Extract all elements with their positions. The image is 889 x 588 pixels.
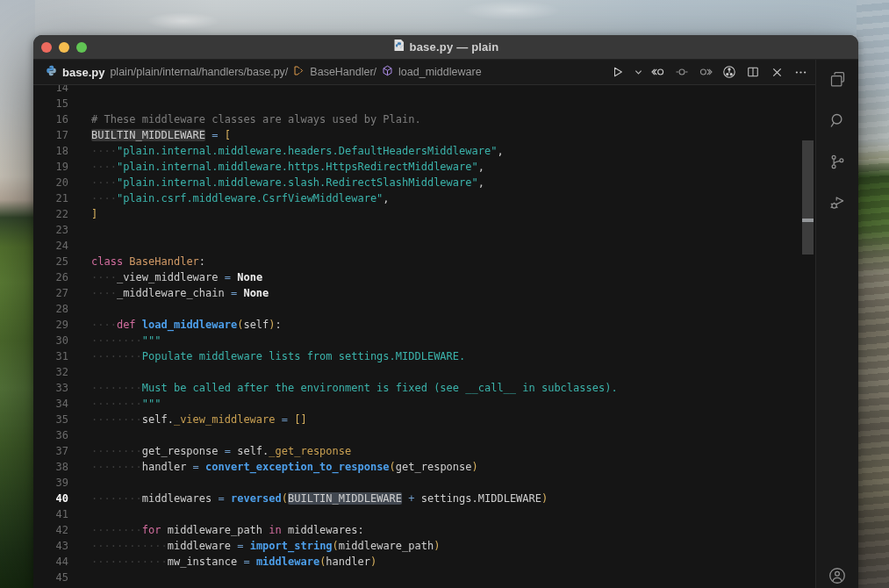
code-token: ···· [91,319,117,331]
line-number: 19 [33,161,91,176]
breadcrumb-bar: base.py plain/plain/internal/handlers/ba… [33,60,815,85]
code-token: Must be called after the environment is … [142,382,618,394]
code-token: """ [142,398,161,410]
line-number: 23 [33,224,91,240]
code-line[interactable]: class BaseHandler: [91,255,801,271]
code-line[interactable]: ········self._view_middleware = [] [91,413,801,429]
code-line[interactable]: ········handler = convert_exception_to_r… [91,461,801,477]
more-actions-button[interactable] [792,63,808,81]
code-token: "plain.internal.middleware.https.HttpsRe… [117,161,478,173]
code-token: """ [142,334,161,347]
line-number: 33 [33,382,91,398]
code-line[interactable]: ········middlewares = reversed(BUILTIN_M… [91,492,801,508]
code-token: = [193,461,199,473]
reverse-continue-icon[interactable] [650,63,666,81]
line-number: 24 [33,240,91,255]
breadcrumb-method[interactable]: load_middleware [398,66,482,78]
activity-bar [815,60,858,588]
code-line[interactable]: ····_middleware_chain = None [91,287,801,303]
code-token: # These middleware classes are always us… [91,113,421,125]
search-icon[interactable] [827,110,848,131]
line-number: 37 [33,445,91,461]
code-line[interactable] [91,571,801,587]
code-line[interactable]: ········""" [91,334,801,350]
explorer-icon[interactable] [827,68,848,90]
breadcrumb-class[interactable]: BaseHandler/ [310,66,376,78]
code-token: ············ [91,556,168,568]
run-python-file-button[interactable] [610,63,626,81]
code-line[interactable]: ············middleware = import_string(m… [91,540,801,556]
code-token: ) [541,492,548,505]
code-line[interactable]: ········get_response = self._get_respons… [91,445,801,461]
title-bar[interactable]: base.py — plain [33,35,858,60]
code-line[interactable] [91,429,801,445]
code-token [243,540,249,552]
account-icon[interactable] [827,565,848,586]
code-line[interactable]: ····def load_middleware(self): [91,319,801,334]
code-token: ········ [91,492,142,505]
code-editor[interactable]: 1415161718192021222324252627282930313233… [33,85,815,588]
code-token: get_response [142,445,225,457]
code-token: None [243,287,269,299]
code-token: _get_response [269,445,351,457]
code-line[interactable]: BUILTIN_MIDDLEWARE = [ [91,129,801,145]
run-graph-icon[interactable] [721,63,737,81]
run-dropdown-chevron-icon[interactable] [634,63,642,81]
code-token: = [219,492,225,505]
code-line[interactable] [91,224,801,240]
code-line[interactable]: ········Must be called after the environ… [91,382,801,398]
code-line[interactable] [91,240,801,255]
code-token [199,461,205,473]
code-line[interactable]: ] [91,208,801,224]
code-line[interactable] [91,97,801,113]
code-line[interactable]: ············mw_instance = middleware(han… [91,556,801,571]
code-token: mw_instance [168,556,244,568]
code-line[interactable]: ····_view_middleware = None [91,271,801,287]
code-line[interactable]: # These middleware classes are always us… [91,113,801,129]
line-number: 39 [33,477,91,492]
close-editor-button[interactable] [769,63,785,81]
code-line[interactable] [91,477,801,492]
continue-forward-icon[interactable] [698,63,713,81]
code-line[interactable] [91,366,801,382]
line-number: 16 [33,113,91,129]
breakpoint-circle-icon[interactable] [674,63,690,81]
code-line[interactable]: ····"plain.internal.middleware.https.Htt… [91,161,801,176]
split-editor-button[interactable] [745,63,761,81]
breadcrumb[interactable]: base.py plain/plain/internal/handlers/ba… [46,64,603,80]
run-and-debug-icon[interactable] [827,192,848,213]
vertical-scrollbar[interactable] [802,85,814,588]
breadcrumb-filename[interactable]: base.py [62,66,104,79]
vscode-window: base.py — plain base.py plain/plain/inte… [33,35,858,588]
code-line[interactable]: ····"plain.internal.middleware.slash.Red… [91,176,801,192]
line-number: 40 [33,492,91,508]
line-number: 43 [33,540,91,556]
desktop-wallpaper-left [0,0,35,588]
code-token: self [243,319,269,331]
code-token: convert_exception_to_response [205,461,390,473]
line-number: 30 [33,334,91,350]
code-line[interactable]: ········for middleware_path in middlewar… [91,524,801,540]
code-token: BUILTIN_MIDDLEWARE [91,129,205,141]
code-token [250,556,256,568]
editor-actions [610,63,808,81]
code-line[interactable]: ····"plain.csrf.middleware.CsrfViewMiddl… [91,192,801,208]
source-control-icon[interactable] [827,151,848,172]
code-line[interactable]: ········Populate middleware lists from s… [91,350,801,366]
code-line[interactable]: ····"plain.internal.middleware.headers.D… [91,145,801,161]
code-token: Populate middleware lists from settings.… [142,350,465,362]
code-line[interactable] [91,508,801,524]
code-token: ( [282,492,288,505]
line-number: 21 [33,192,91,208]
code-lines[interactable]: # These middleware classes are always us… [91,85,801,587]
code-line[interactable] [91,303,801,319]
code-token: _middleware_chain [117,287,231,299]
scrollbar-thumb[interactable] [802,140,814,255]
code-line[interactable]: ········""" [91,398,801,413]
code-token: ········ [91,445,142,457]
code-token: ···· [91,287,117,299]
code-token: handler [142,461,193,473]
code-token: , [478,176,484,189]
code-line[interactable] [91,85,801,97]
breadcrumb-path[interactable]: plain/plain/internal/handlers/base.py/ [110,66,288,78]
